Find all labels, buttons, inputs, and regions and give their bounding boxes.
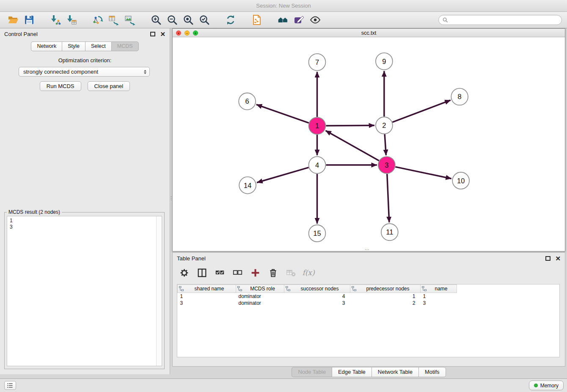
export-table-button[interactable] (106, 13, 122, 27)
mcds-result-area[interactable]: 1 3 (7, 216, 162, 366)
zoom-out-icon (167, 14, 178, 25)
delete-column-button[interactable] (267, 267, 278, 278)
tab-network[interactable]: Network (31, 41, 62, 51)
table-cell[interactable]: dominator (236, 293, 284, 300)
column-header-name[interactable]: name (421, 285, 457, 293)
close-panel-action-button[interactable]: Close panel (88, 81, 130, 91)
network-window-titlebar[interactable]: × − + scc.txt (173, 29, 565, 37)
svg-text:7: 7 (315, 58, 319, 66)
column-header-MCDS-role[interactable]: MCDS role (236, 285, 284, 293)
memory-button[interactable]: Memory (529, 381, 564, 390)
show-columns-button[interactable] (196, 267, 207, 278)
graph-node-11[interactable]: 11 (381, 224, 398, 240)
network-canvas[interactable]: 7968124314101511 (173, 38, 565, 251)
vertical-splitter-grip[interactable]: ⋮ (169, 196, 173, 201)
zoom-selected-button[interactable] (196, 13, 212, 27)
deselect-all-button[interactable] (232, 267, 243, 278)
search-input[interactable] (451, 17, 558, 23)
graph-node-10[interactable]: 10 (452, 172, 469, 189)
export-image-button[interactable] (122, 13, 138, 27)
table-cell[interactable]: dominator (236, 300, 284, 306)
close-table-panel-button[interactable]: ✕ (555, 255, 561, 262)
graph-node-2[interactable]: 2 (376, 117, 393, 134)
zoom-fit-button[interactable] (180, 13, 196, 27)
graph-node-8[interactable]: 8 (451, 88, 468, 105)
tab-node-table[interactable]: Node Table (292, 367, 332, 377)
svg-text:8: 8 (458, 93, 462, 100)
import-table-button[interactable] (63, 13, 80, 27)
search-box[interactable] (438, 15, 562, 25)
save-session-button[interactable] (21, 13, 37, 27)
graph-node-7[interactable]: 7 (309, 54, 326, 71)
edge-4-to-14[interactable] (257, 168, 308, 183)
table-row[interactable]: 1dominator411 (178, 293, 457, 300)
main-toolbar (0, 12, 567, 28)
column-header-shared-name[interactable]: shared name (178, 285, 236, 293)
tab-network-table[interactable]: Network Table (372, 367, 418, 377)
float-panel-button[interactable] (150, 32, 155, 36)
graph-node-4[interactable]: 4 (309, 157, 326, 174)
maximize-window-button[interactable]: + (193, 30, 198, 36)
close-panel-button[interactable]: ✕ (160, 31, 165, 37)
columns-icon (197, 268, 207, 278)
home-networks-button[interactable] (275, 13, 291, 27)
tab-style[interactable]: Style (62, 41, 85, 51)
network-graph[interactable]: 7968124314101511 (173, 38, 565, 251)
graph-node-15[interactable]: 15 (309, 225, 326, 242)
zoom-out-button[interactable] (164, 13, 180, 27)
tab-mcds[interactable]: MCDS (111, 41, 139, 51)
refresh-icon (225, 14, 236, 25)
table-cell[interactable]: 4 (284, 293, 350, 300)
table-cell[interactable]: 3 (421, 300, 457, 306)
table-cell[interactable]: 3 (284, 300, 350, 306)
column-header-successor-nodes[interactable]: successor nodes (284, 285, 350, 293)
run-mcds-button[interactable]: Run MCDS (40, 81, 81, 91)
optimization-criterion-label: Optimization criterion: (0, 57, 170, 63)
close-window-button[interactable]: × (176, 30, 181, 36)
table-cell[interactable]: 1 (178, 293, 236, 300)
float-table-panel-button[interactable] (545, 256, 550, 261)
column-tree-icon (422, 286, 427, 293)
table-row[interactable]: 3dominator323 (178, 300, 457, 306)
column-tree-icon (352, 286, 356, 293)
edge-1-to-6[interactable] (256, 105, 309, 123)
table-cell[interactable]: 3 (178, 300, 236, 306)
edge-3-to-1[interactable] (325, 130, 379, 160)
tab-edge-table[interactable]: Edge Table (332, 367, 372, 377)
result-scrollbar[interactable] (156, 216, 162, 366)
zoom-in-button[interactable] (148, 13, 164, 27)
task-history-button[interactable] (4, 381, 16, 390)
horizontal-splitter-grip[interactable]: ⋯ (365, 247, 369, 252)
table-cell[interactable]: 1 (421, 293, 457, 300)
graph-node-1[interactable]: 1 (309, 117, 326, 134)
table-cell[interactable]: 2 (350, 300, 421, 306)
table-cell[interactable]: 1 (350, 293, 421, 300)
graph-node-3[interactable]: 3 (378, 157, 395, 174)
graph-node-6[interactable]: 6 (239, 93, 256, 110)
refresh-view-button[interactable] (223, 13, 239, 27)
graph-node-14[interactable]: 14 (239, 177, 256, 194)
export-network-button[interactable] (90, 13, 106, 27)
edge-2-to-8[interactable] (392, 100, 450, 122)
criterion-dropdown[interactable]: strongly connected component (19, 67, 150, 77)
graph-node-9[interactable]: 9 (376, 53, 393, 70)
edge-2-to-3[interactable] (385, 134, 386, 155)
table-settings-button[interactable] (179, 267, 190, 278)
edge-3-to-10[interactable] (395, 167, 451, 179)
node-table-wrap: shared nameMCDS rolesuccessor nodesprede… (177, 284, 560, 357)
add-column-button[interactable] (250, 267, 261, 278)
import-network-button[interactable] (47, 13, 63, 27)
column-header-predecessor-nodes[interactable]: predecessor nodes (350, 285, 421, 293)
tab-motifs[interactable]: Motifs (418, 367, 446, 377)
minimize-window-button[interactable]: − (184, 30, 190, 36)
gear-icon (179, 268, 189, 278)
select-all-button[interactable] (214, 267, 225, 278)
annotation-button[interactable] (291, 13, 307, 27)
tab-select[interactable]: Select (85, 41, 111, 51)
open-file-button[interactable] (5, 13, 21, 27)
network-document-button[interactable] (249, 13, 265, 27)
show-hide-button[interactable] (307, 13, 323, 27)
edge-1-to-2[interactable] (326, 125, 374, 126)
column-label: name (435, 286, 447, 292)
edge-3-to-11[interactable] (387, 174, 389, 223)
